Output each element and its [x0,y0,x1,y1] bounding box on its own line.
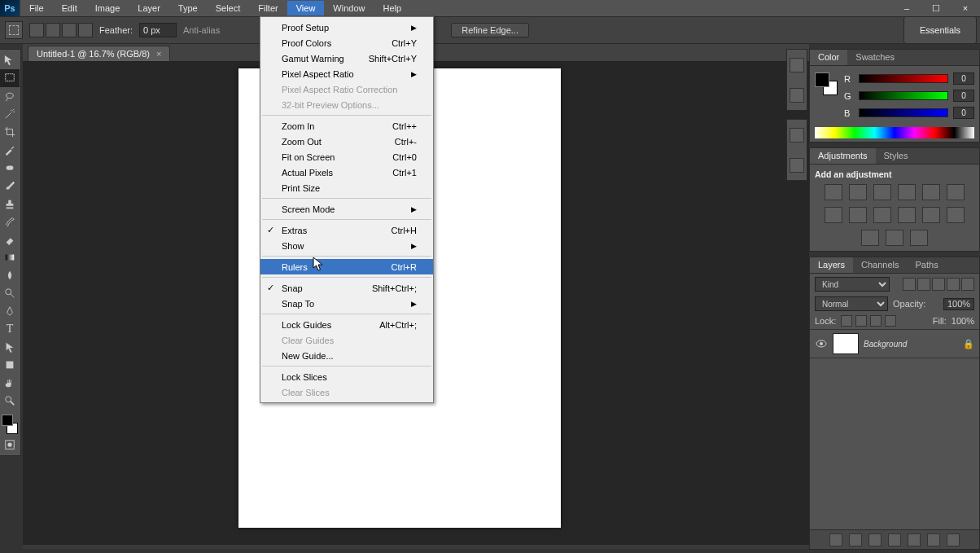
tab-color[interactable]: Color [810,50,847,65]
selection-new-icon[interactable] [29,23,44,37]
brush-tool-icon[interactable] [0,177,20,195]
filter-adjust-icon[interactable] [917,278,930,291]
type-tool-icon[interactable]: T [0,320,20,338]
r-value[interactable]: 0 [953,72,974,85]
g-value[interactable]: 0 [953,90,974,102]
menu-item-lock-guides[interactable]: Lock GuidesAlt+Ctrl+; [260,317,433,332]
hue-icon[interactable] [947,184,965,200]
posterize-icon[interactable] [947,207,965,223]
channelmixer-icon[interactable] [898,207,916,223]
newlayer-icon[interactable] [927,533,940,546]
layer-name[interactable]: Background [864,340,907,349]
dodge-tool-icon[interactable] [0,284,20,302]
foreground-background-swatch[interactable] [0,413,20,436]
document-tab[interactable]: Untitled-1 @ 16.7% (RGB/8) × [28,46,170,61]
filter-shape-icon[interactable] [947,278,960,291]
tab-styles[interactable]: Styles [876,148,917,164]
adjustlayer-icon[interactable] [888,533,901,546]
colorbalance-icon[interactable] [825,207,842,223]
b-slider[interactable] [859,108,948,117]
levels-icon[interactable] [849,184,867,200]
visibility-icon[interactable] [815,337,828,350]
filter-type-icon[interactable] [932,278,945,291]
trash-icon[interactable] [947,533,960,546]
tool-preset-icon[interactable] [5,21,23,39]
blend-mode-select[interactable]: Normal [815,296,888,311]
quickmask-icon[interactable] [0,436,20,454]
menu-view[interactable]: View [287,1,325,15]
group-icon[interactable] [908,533,921,546]
opacity-value[interactable]: 100% [943,298,974,310]
menu-item-rulers[interactable]: RulersCtrl+R [260,259,433,274]
menu-item-pixel-aspect-ratio[interactable]: Pixel Aspect Ratio▶ [260,66,433,81]
refine-edge-button[interactable]: Refine Edge... [451,23,529,37]
brightness-icon[interactable] [825,184,842,200]
collapsed-panel-group[interactable] [786,49,807,111]
menu-item-gamut-warning[interactable]: Gamut WarningShift+Ctrl+Y [260,50,433,66]
menu-image[interactable]: Image [86,1,129,15]
eyedropper-tool-icon[interactable] [0,141,20,159]
curves-icon[interactable] [873,184,891,200]
color-spectrum[interactable] [815,127,974,138]
selection-add-icon[interactable] [46,23,60,37]
b-value[interactable]: 0 [953,107,974,119]
blur-tool-icon[interactable] [0,266,20,284]
tab-swatches[interactable]: Swatches [847,50,903,65]
zoom-tool-icon[interactable] [0,392,20,410]
photofilter-icon[interactable] [873,207,891,223]
menu-item-zoom-in[interactable]: Zoom InCtrl++ [260,118,433,134]
menu-item-print-size[interactable]: Print Size [260,180,433,195]
gradient-tool-icon[interactable] [0,248,20,266]
lasso-tool-icon[interactable] [0,87,20,105]
exposure-icon[interactable] [898,184,916,200]
menu-item-snap-to[interactable]: Snap To▶ [260,296,433,311]
menu-layer[interactable]: Layer [129,1,169,15]
lock-paint-icon[interactable] [855,315,867,327]
path-select-tool-icon[interactable] [0,338,20,356]
tab-adjustments[interactable]: Adjustments [810,148,876,164]
crop-tool-icon[interactable] [0,123,20,141]
layer-kind-select[interactable]: Kind [815,277,890,292]
wand-tool-icon[interactable] [0,105,20,123]
invert-icon[interactable] [922,207,940,223]
tab-channels[interactable]: Channels [853,257,907,273]
filter-pixel-icon[interactable] [903,278,916,291]
mask-icon[interactable] [868,533,882,546]
menu-item-screen-mode[interactable]: Screen Mode▶ [260,201,433,217]
menu-item-snap[interactable]: ✓SnapShift+Ctrl+; [260,280,433,296]
selectivecolor-icon[interactable] [910,230,928,246]
r-slider[interactable] [859,74,948,83]
color-fgbg-swatch[interactable] [815,72,838,95]
close-tab-icon[interactable]: × [156,49,161,59]
fill-value[interactable]: 100% [952,316,974,326]
link-icon[interactable] [829,533,842,546]
minimize-button[interactable]: – [892,0,921,16]
collapsed-panel-group[interactable] [786,119,807,181]
pen-tool-icon[interactable] [0,302,20,320]
filter-smart-icon[interactable] [961,278,974,291]
gradientmap-icon[interactable] [886,230,903,246]
menu-item-fit-on-screen[interactable]: Fit on ScreenCtrl+0 [260,149,433,165]
history-brush-tool-icon[interactable] [0,213,20,230]
menu-type[interactable]: Type [169,1,207,15]
selection-intersect-icon[interactable] [78,23,93,37]
menu-filter[interactable]: Filter [249,1,287,15]
layer-row[interactable]: Background 🔒 [810,330,979,358]
menu-item-show[interactable]: Show▶ [260,238,433,253]
vibrance-icon[interactable] [922,184,940,200]
maximize-button[interactable]: ☐ [921,0,951,16]
lock-all-icon[interactable] [885,315,896,327]
menu-help[interactable]: Help [374,1,410,15]
close-button[interactable]: × [951,0,980,16]
shape-tool-icon[interactable] [0,356,20,374]
tab-paths[interactable]: Paths [908,257,947,273]
menu-file[interactable]: File [20,1,53,15]
g-slider[interactable] [859,91,948,100]
menu-window[interactable]: Window [324,1,374,15]
healing-tool-icon[interactable] [0,159,20,177]
menu-item-proof-setup[interactable]: Proof Setup▶ [260,20,433,35]
layer-thumbnail[interactable] [833,333,859,354]
marquee-tool-icon[interactable] [0,69,20,87]
menu-item-extras[interactable]: ✓ExtrasCtrl+H [260,222,433,238]
stamp-tool-icon[interactable] [0,195,20,213]
